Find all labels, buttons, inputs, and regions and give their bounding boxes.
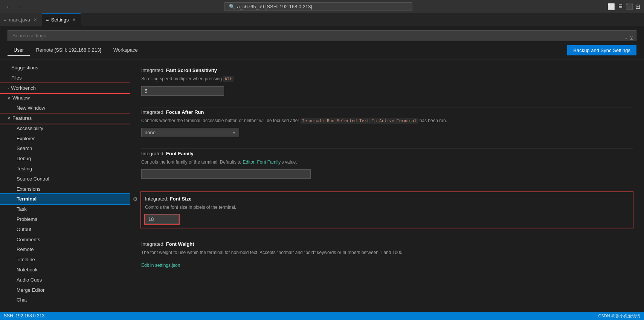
sidebar-item-debug[interactable]: Debug xyxy=(0,154,130,164)
tab-remote-label: Remote [SSH: 192.168.0.213] xyxy=(36,47,101,53)
sidebar-item-audio-cues[interactable]: Audio Cues xyxy=(0,275,130,285)
settings-main-panel: Integrated: Fast Scroll Sensitivity Scro… xyxy=(130,60,644,312)
focus-prefix: Integrated: xyxy=(141,109,166,115)
sidebar-item-task[interactable]: Task xyxy=(0,204,130,214)
font-size-desc: Controls the font size in pixels of the … xyxy=(145,204,629,211)
fast-scroll-input[interactable] xyxy=(141,86,224,96)
sidebar-item-problems[interactable]: Problems xyxy=(0,214,130,225)
font-family-desc: Controls the font family of the terminal… xyxy=(141,159,633,165)
divider-4 xyxy=(141,239,633,239)
sidebar-item-timeline[interactable]: Timeline xyxy=(0,255,130,265)
sidebar-label-task: Task xyxy=(17,205,27,213)
sidebar-item-merge-editor[interactable]: Merge Editor xyxy=(0,285,130,296)
title-search-text: a_c6765_a9 [SSH: 192.168.0.213] xyxy=(237,4,313,9)
sidebar-label-accessibility: Accessibility xyxy=(17,125,43,133)
list-icon[interactable]: ≡ xyxy=(624,35,627,40)
setting-font-size: ⚙ Integrated: Font Size Controls the fon… xyxy=(141,192,633,228)
sidebar-item-extensions[interactable]: Extensions xyxy=(0,184,130,194)
sidebar-item-window[interactable]: ∨ Window xyxy=(0,93,130,103)
sidebar-item-remote[interactable]: Remote xyxy=(0,245,130,255)
fast-scroll-title: Integrated: Fast Scroll Sensitivity xyxy=(141,67,633,73)
layout-icon-4[interactable]: ⊞ xyxy=(635,3,640,10)
font-size-prefix: Integrated: xyxy=(145,196,170,202)
sidebar-label-comments: Comments xyxy=(17,236,40,244)
font-weight-title: Integrated: Font Weight xyxy=(141,241,633,247)
bottom-bar-ssh: SSH: 192.168.0.213 xyxy=(4,313,44,318)
sidebar-item-output[interactable]: Output xyxy=(0,225,130,235)
font-size-title: Integrated: Font Size xyxy=(145,196,629,202)
search-icons-right: ≡ ⊻ xyxy=(624,35,633,40)
tab-close-mark[interactable]: ✕ xyxy=(32,17,38,23)
fast-scroll-desc: Scrolling speed multiplier when pressing… xyxy=(141,75,633,83)
sidebar-label-notebook: Notebook xyxy=(17,266,38,274)
filter-icon[interactable]: ⊻ xyxy=(630,35,633,40)
title-bar-center: 🔍 a_c6765_a9 [SSH: 192.168.0.213] xyxy=(29,2,607,11)
tab-mark-java[interactable]: ≡ mark.java ✕ xyxy=(0,13,42,26)
sidebar-label-workbench: Workbench xyxy=(11,84,36,92)
settings-header: ≡ ⊻ User Remote [SSH: 192.168.0.213] Wor… xyxy=(0,26,644,60)
forward-button[interactable]: → xyxy=(15,3,25,11)
fast-scroll-prefix: Integrated: xyxy=(141,67,166,73)
tab-workspace[interactable]: Workspace xyxy=(107,45,144,56)
backup-sync-button[interactable]: Backup and Sync Settings xyxy=(567,45,636,55)
sidebar-item-chat[interactable]: Chat xyxy=(0,295,130,305)
focus-desc-prefix: Controls whether the terminal, accessibl… xyxy=(141,118,301,123)
search-icon: 🔍 xyxy=(229,4,235,9)
font-size-desc-text: Controls the font size in pixels of the … xyxy=(145,205,236,210)
sidebar-label-problems: Problems xyxy=(17,216,37,224)
sidebar-item-source-control[interactable]: Source Control xyxy=(0,174,130,184)
tab-workspace-label: Workspace xyxy=(113,47,138,53)
sidebar-item-new-window[interactable]: New Window xyxy=(0,103,130,113)
sidebar-label-new-window: New Window xyxy=(17,104,45,112)
sidebar-item-files[interactable]: Files xyxy=(0,73,130,83)
tab-remote[interactable]: Remote [SSH: 192.168.0.213] xyxy=(30,45,107,56)
layout-icon-1[interactable]: ⬜ xyxy=(607,3,615,10)
font-size-input[interactable] xyxy=(145,214,179,224)
sidebar-item-terminal[interactable]: Terminal xyxy=(0,194,130,204)
font-family-input[interactable] xyxy=(141,169,311,179)
sidebar-item-notebook[interactable]: Notebook xyxy=(0,265,130,275)
sidebar-item-workbench[interactable]: › Workbench xyxy=(0,83,130,93)
content-area: ≡ ⊻ User Remote [SSH: 192.168.0.213] Wor… xyxy=(0,26,644,312)
sidebar-item-explorer[interactable]: Explorer xyxy=(0,134,130,144)
focus-after-run-desc: Controls whether the terminal, accessibl… xyxy=(141,117,633,124)
sidebar-label-merge-editor: Merge Editor xyxy=(17,286,44,294)
setting-focus-after-run: Integrated: Focus After Run Controls whe… xyxy=(141,109,633,138)
setting-font-family: Integrated: Font Family Controls the fon… xyxy=(141,151,633,179)
sidebar-item-testing[interactable]: Testing xyxy=(0,164,130,174)
settings-body: Suggestions Files › Workbench ∨ Window xyxy=(0,60,644,312)
search-settings-input[interactable] xyxy=(8,30,636,41)
sidebar-item-comments[interactable]: Comments xyxy=(0,235,130,245)
tab-close-settings[interactable]: ✕ xyxy=(71,17,77,23)
settings-tabs: User Remote [SSH: 192.168.0.213] Workspa… xyxy=(8,45,567,56)
title-bar-right: ⬜ 🖥 ⬛ ⊞ xyxy=(607,3,640,10)
sidebar-label-files: Files xyxy=(11,74,21,82)
sidebar-label-output: Output xyxy=(17,226,31,234)
settings-nav: Suggestions Files › Workbench ∨ Window xyxy=(0,60,130,312)
tab-settings[interactable]: ≡ Settings ✕ xyxy=(42,13,81,26)
tab-user[interactable]: User xyxy=(8,45,30,56)
layout-icon-3[interactable]: ⬛ xyxy=(626,3,633,10)
focus-after-run-select[interactable]: none terminal accessible-buffer xyxy=(141,128,239,137)
back-button[interactable]: ← xyxy=(4,3,14,11)
sidebar-label-features: Features xyxy=(12,115,32,122)
layout-icon-2[interactable]: 🖥 xyxy=(617,3,623,10)
sidebar-item-features[interactable]: ∨ Features xyxy=(0,113,130,124)
sidebar-label-window: Window xyxy=(12,94,30,102)
tab-label-mark: mark.java xyxy=(9,17,30,23)
bottom-bar-credit: CSDN @张小兔爱钱钱 xyxy=(598,313,640,319)
focus-bold: Focus After Run xyxy=(166,109,204,115)
fast-scroll-bold: Fast Scroll Sensitivity xyxy=(166,67,217,73)
chevron-down-icon: ∨ xyxy=(8,95,10,101)
sidebar-item-accessibility[interactable]: Accessibility xyxy=(0,124,130,134)
tabs-bar: ≡ mark.java ✕ ≡ Settings ✕ xyxy=(0,13,644,26)
font-family-link[interactable]: Editor: Font Family xyxy=(243,159,281,165)
sidebar-label-audio-cues: Audio Cues xyxy=(17,276,42,284)
edit-json-link[interactable]: Edit in settings.json xyxy=(141,263,180,268)
title-search-bar[interactable]: 🔍 a_c6765_a9 [SSH: 192.168.0.213] xyxy=(224,2,412,11)
sidebar-label-testing: Testing xyxy=(17,165,32,173)
divider-2 xyxy=(141,149,633,149)
sidebar-item-suggestions[interactable]: Suggestions xyxy=(0,63,130,73)
sidebar-item-search[interactable]: Search xyxy=(0,144,130,154)
gear-icon[interactable]: ⚙ xyxy=(133,196,138,202)
